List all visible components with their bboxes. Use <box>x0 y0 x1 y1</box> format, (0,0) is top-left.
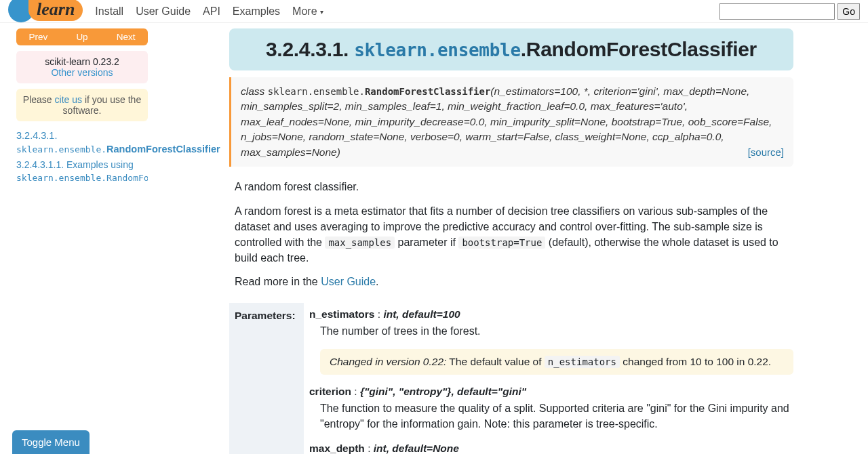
nav-install[interactable]: Install <box>95 5 123 18</box>
toggle-menu-button[interactable]: Toggle Menu <box>12 430 90 454</box>
page-title: 3.2.4.3.1. sklearn.ensemble.RandomForest… <box>229 28 793 70</box>
parameters-label: Parameters: <box>229 303 304 454</box>
toc-current[interactable]: 3.2.4.3.1. sklearn.ensemble.RandomForest… <box>16 129 148 156</box>
param-n_estimators: n_estimators : int, default=100The numbe… <box>309 308 793 374</box>
top-navbar: scikit learn Install User Guide API Exam… <box>0 0 868 23</box>
desc-p3: Read more in the User Guide. <box>235 274 793 289</box>
desc-p1: A random forest classifier. <box>235 179 793 194</box>
param-head: max_depth : int, default=None <box>309 442 793 454</box>
desc-p2: A random forest is a meta estimator that… <box>235 203 793 266</box>
param-criterion: criterion : {"gini", "entropy"}, default… <box>309 386 793 432</box>
source-link[interactable]: [source] <box>748 145 784 160</box>
toc-examples[interactable]: 3.2.4.3.1.1. Examples using sklearn.ense… <box>16 159 148 183</box>
nav-more[interactable]: More ▾ <box>292 5 323 18</box>
nav-prev[interactable]: Prev <box>16 28 60 45</box>
version-box: scikit-learn 0.23.2 Other versions <box>16 51 148 83</box>
title-module-link[interactable]: sklearn.ensemble <box>354 40 521 60</box>
param-head: n_estimators : int, default=100 <box>309 308 793 321</box>
search-input[interactable] <box>719 3 835 20</box>
other-versions-link[interactable]: Other versions <box>51 67 113 78</box>
user-guide-link[interactable]: User Guide <box>321 276 376 287</box>
param-head: criterion : {"gini", "entropy"}, default… <box>309 386 793 398</box>
search-go-button[interactable]: Go <box>837 3 860 20</box>
sidebar: Prev Up Next scikit-learn 0.23.2 Other v… <box>0 23 155 454</box>
version-label: scikit-learn 0.23.2 <box>20 56 144 67</box>
nav-next[interactable]: Next <box>104 28 148 45</box>
param-desc: The function to measure the quality of a… <box>320 400 793 432</box>
nav-links: Install User Guide API Examples More ▾ <box>95 5 719 18</box>
logo-scikit-text: scikit <box>35 0 54 2</box>
nav-api[interactable]: API <box>203 5 220 18</box>
version-changed-note: Changed in version 0.22: The default val… <box>320 349 793 375</box>
main-content: 3.2.4.3.1. sklearn.ensemble.RandomForest… <box>155 23 868 454</box>
cite-box: Please cite us if you use the software. <box>16 89 148 121</box>
search-form: Go <box>719 3 860 20</box>
toc: 3.2.4.3.1. sklearn.ensemble.RandomForest… <box>16 129 148 184</box>
prev-up-next-nav: Prev Up Next <box>16 28 148 45</box>
parameters-section: Parameters: n_estimators : int, default=… <box>229 303 793 454</box>
code-bootstrap: bootstrap=True <box>458 236 545 249</box>
logo[interactable]: scikit learn <box>8 1 83 22</box>
description: A random forest classifier. A random for… <box>235 179 793 289</box>
cite-us-link[interactable]: cite us <box>55 94 82 105</box>
param-max_depth: max_depth : int, default=NoneThe maximum… <box>309 442 793 454</box>
chevron-down-icon: ▾ <box>320 8 323 16</box>
logo-learn-text: learn <box>28 0 83 21</box>
class-signature: class sklearn.ensemble.RandomForestClass… <box>229 77 793 167</box>
nav-examples[interactable]: Examples <box>233 5 280 18</box>
code-max-samples: max_samples <box>325 236 395 249</box>
param-desc: The number of trees in the forest. <box>320 323 793 339</box>
nav-user-guide[interactable]: User Guide <box>136 5 191 18</box>
nav-up[interactable]: Up <box>60 28 104 45</box>
